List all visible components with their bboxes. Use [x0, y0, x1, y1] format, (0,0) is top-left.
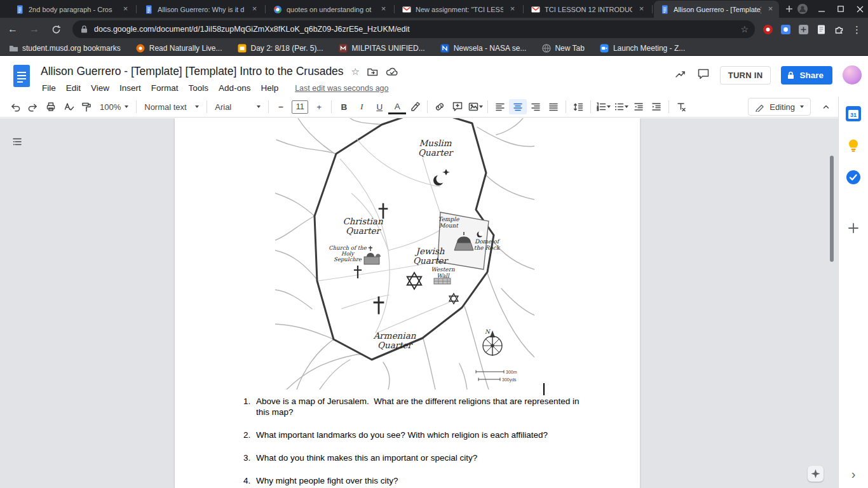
font-size-input[interactable]: 11 [292, 100, 308, 114]
browser-tab[interactable]: 2nd body paragraph - Cros × [9, 1, 134, 18]
align-center-button[interactable] [509, 99, 527, 114]
align-justify-button[interactable] [545, 99, 562, 114]
explore-button[interactable] [808, 466, 824, 482]
window-maximize-button[interactable] [831, 0, 850, 18]
tab-close-icon[interactable]: × [250, 4, 259, 14]
question-text[interactable]: What do you think makes this an importan… [256, 452, 581, 463]
move-folder-icon[interactable] [367, 67, 378, 76]
user-avatar[interactable] [843, 65, 862, 85]
turn-in-button[interactable]: TURN IN [720, 66, 771, 85]
paragraph-style-select[interactable]: Normal text [140, 99, 203, 114]
keep-icon[interactable] [845, 137, 862, 154]
bookmark-item[interactable]: Read Naturally Live... [136, 43, 222, 53]
hide-side-panel-icon[interactable]: › [839, 468, 868, 480]
menu-addons[interactable]: Add-ons [214, 81, 255, 95]
bookmark-item[interactable]: New Tab [541, 43, 584, 53]
bookmark-item[interactable]: student.musd.org bookmarks [9, 43, 121, 53]
tab-close-icon[interactable]: × [121, 4, 130, 14]
tab-close-icon[interactable]: × [508, 4, 517, 14]
extension-icon-2[interactable] [780, 24, 791, 35]
extensions-puzzle-icon[interactable] [834, 24, 845, 35]
add-comment-button[interactable] [449, 99, 466, 114]
increase-font-size-button[interactable]: + [310, 99, 328, 114]
increase-indent-button[interactable] [648, 99, 665, 114]
question-text[interactable]: What important landmarks do you see? Wit… [256, 430, 581, 440]
menu-file[interactable]: File [37, 81, 61, 95]
spellcheck-button[interactable] [60, 99, 78, 114]
bulleted-list-button[interactable] [612, 99, 630, 114]
tab-close-icon[interactable]: × [766, 4, 775, 14]
menu-format[interactable]: Format [146, 81, 184, 95]
forward-icon[interactable]: → [25, 20, 43, 38]
star-icon[interactable]: ☆ [351, 66, 360, 78]
calendar-icon[interactable]: 31 [845, 105, 862, 122]
get-addons-icon[interactable] [845, 220, 862, 236]
redo-button[interactable] [24, 99, 42, 114]
bookmark-item[interactable]: Day 2: 8/18 (Per. 5)... [237, 43, 323, 53]
undo-button[interactable] [6, 99, 24, 114]
bookmarks-bar: student.musd.org bookmarks Read Naturall… [0, 41, 868, 56]
bookmark-star-icon[interactable]: ☆ [740, 24, 749, 34]
font-select[interactable]: Arial [210, 99, 265, 114]
question-text[interactable]: Above is a map of Jerusalem. What are th… [256, 396, 581, 417]
browser-tab[interactable]: TCI LESSON 12 INTRODUCT × [525, 1, 650, 18]
menu-tools[interactable]: Tools [184, 81, 214, 95]
extension-icon-3[interactable] [798, 24, 809, 35]
document-page[interactable]: N 300m 300yds Muslim Quarter Christian Q… [175, 118, 640, 488]
clear-formatting-button[interactable] [672, 99, 690, 114]
jerusalem-map-image[interactable]: N 300m 300yds Muslim Quarter Christian Q… [275, 118, 534, 390]
bold-button[interactable]: B [335, 99, 353, 114]
browser-menu-icon[interactable]: ⋮ [852, 25, 862, 34]
print-button[interactable] [42, 99, 60, 114]
back-icon[interactable]: ← [4, 20, 22, 38]
highlight-color-button[interactable] [406, 99, 424, 114]
browser-tab-active[interactable]: Allison Guerrero - [Template] × [654, 1, 779, 18]
underline-button[interactable]: U [370, 99, 388, 114]
zoom-select[interactable]: 100% [95, 99, 133, 114]
decrease-font-size-button[interactable]: − [272, 99, 290, 114]
align-left-button[interactable] [491, 99, 509, 114]
cloud-status-icon[interactable] [386, 67, 398, 76]
align-right-button[interactable] [527, 99, 545, 114]
document-outline-icon[interactable] [11, 136, 23, 150]
question-text[interactable]: Why might people fight over this city? [256, 475, 581, 486]
bookmark-item[interactable]: Newsela - NASA se... [440, 43, 527, 53]
share-button[interactable]: Share [781, 66, 832, 85]
tasks-icon[interactable] [845, 169, 862, 186]
vertical-scrollbar[interactable] [830, 156, 834, 262]
editing-mode-select[interactable]: Editing [748, 98, 811, 116]
menu-edit[interactable]: Edit [61, 81, 86, 95]
browser-tab[interactable]: Allison Guerrero: Why is it d × [138, 1, 263, 18]
reload-icon[interactable] [47, 20, 65, 38]
document-title[interactable]: Allison Guerrero - [Template] [Template]… [41, 65, 344, 78]
tab-close-icon[interactable]: × [379, 4, 388, 14]
numbered-list-button[interactable] [594, 99, 612, 114]
insert-link-button[interactable] [431, 99, 449, 114]
insert-image-button[interactable] [466, 99, 484, 114]
new-tab-button[interactable] [785, 1, 793, 17]
decrease-indent-button[interactable] [630, 99, 648, 114]
address-bar[interactable]: docs.google.com/document/d/1JiI58zupMqGi… [72, 20, 755, 38]
window-close-button[interactable] [850, 0, 868, 18]
chrome-profile-icon[interactable] [793, 0, 812, 18]
collapse-toolbar-button[interactable] [817, 99, 835, 114]
extension-icon-1[interactable] [763, 24, 773, 35]
extension-icon-4[interactable] [816, 24, 827, 35]
open-comments-icon[interactable] [697, 68, 710, 83]
italic-button[interactable]: I [353, 99, 370, 114]
docs-logo-icon[interactable] [13, 64, 31, 91]
menu-help[interactable]: Help [255, 81, 283, 95]
text-color-button[interactable]: A [388, 101, 406, 114]
menu-insert[interactable]: Insert [114, 81, 146, 95]
last-edit-link[interactable]: Last edit was seconds ago [295, 84, 388, 93]
browser-tab[interactable]: New assignment: "TCI LESS × [396, 1, 521, 18]
bookmark-item[interactable]: Launch Meeting - Z... [600, 43, 685, 53]
tab-close-icon[interactable]: × [637, 4, 646, 14]
activity-dashboard-icon[interactable] [674, 68, 687, 82]
paint-format-button[interactable] [78, 99, 95, 114]
browser-tab[interactable]: quotes on understanding ot × [267, 1, 392, 18]
window-minimize-button[interactable] [812, 0, 831, 18]
bookmark-item[interactable]: MILPITAS UNIFIED... [339, 43, 425, 53]
menu-view[interactable]: View [86, 81, 114, 95]
line-spacing-button[interactable] [569, 99, 587, 114]
